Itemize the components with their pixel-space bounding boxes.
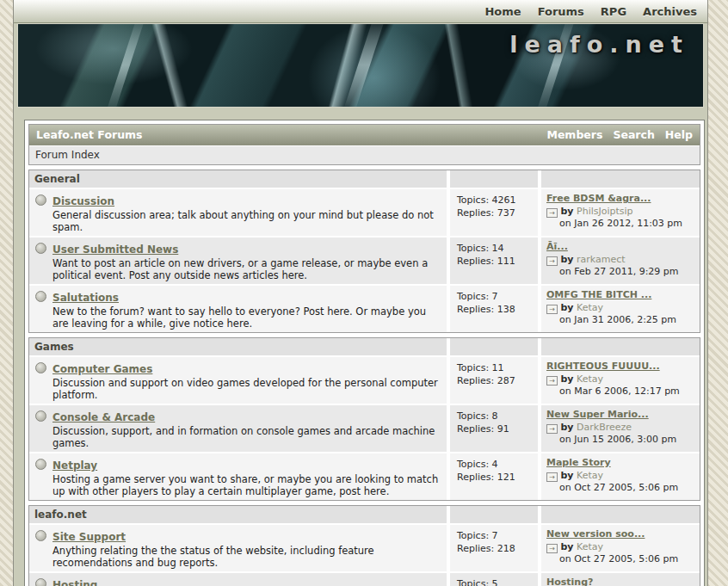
top-navigation: Home Forums RPG Archives	[14, 0, 707, 23]
last-post-user-link[interactable]: Ketay	[577, 373, 603, 385]
last-post-cell: RIGHTEOUS FUUUU... → by Ketay on Mar 6 2…	[541, 357, 700, 404]
last-post-date: on Jun 15 2006, 3:00 pm	[559, 434, 696, 446]
forum-row-hosting: Hosting Questions, concerns, requests ab…	[29, 573, 700, 586]
site-logo: leafo.net	[509, 31, 689, 58]
topics-replies-cell: Topics: 5 Replies: 91	[450, 573, 538, 586]
nav-forums[interactable]: Forums	[538, 5, 584, 18]
forum-status-icon	[35, 243, 46, 254]
forum-description: New to the forum? want to say hello to e…	[52, 305, 443, 330]
forum-description: Discussion, support, and in formation on…	[52, 425, 443, 449]
last-post-link[interactable]: Free BDSM &agra...	[546, 193, 651, 205]
site-banner-image: leafo.net	[17, 23, 704, 108]
last-post-cell: New Super Mario... → by DarkBreeze on Ju…	[541, 405, 700, 452]
breadcrumb[interactable]: Forum Index	[29, 145, 700, 164]
last-post-link[interactable]: OMFG THE BITCH ...	[546, 289, 651, 301]
last-post-link[interactable]: New Super Mario...	[546, 409, 649, 421]
last-post-cell: OMFG THE BITCH ... → by Ketay on Jan 31 …	[541, 286, 700, 332]
last-post-user-link[interactable]: PhilsJoiptsip	[577, 206, 633, 217]
forum-row-netplay: Netplay Hosting a game server you want t…	[29, 453, 700, 500]
lastpost-column-header	[541, 170, 700, 188]
forum-link[interactable]: Hosting	[52, 579, 97, 586]
category-title: General	[29, 170, 447, 188]
topics-replies-cell: Topics: 4261 Replies: 737	[450, 189, 538, 236]
forum-link[interactable]: Netplay	[52, 460, 97, 472]
forum-status-icon	[35, 194, 46, 206]
forum-row-user-submitted-news: User Submitted News Want to post an arti…	[29, 237, 700, 284]
category-leafonet: leafo.net Site Support Anything relating…	[28, 505, 700, 586]
last-post-cell: Free BDSM &agra... → by PhilsJoiptsip on…	[541, 189, 700, 236]
forum-link[interactable]: Console & Arcade	[52, 411, 155, 423]
goto-post-icon[interactable]: →	[546, 256, 558, 266]
forum-link[interactable]: User Submitted News	[52, 244, 178, 256]
category-header-row: leafo.net	[29, 506, 700, 523]
last-post-date: on Jan 31 2006, 2:25 pm	[559, 314, 696, 326]
page-column: Home Forums RPG Archives leafo.net Leafo…	[13, 0, 708, 586]
goto-post-icon[interactable]: →	[546, 305, 558, 314]
last-post-date: on Feb 27 2011, 9:29 pm	[559, 266, 696, 278]
forum-link[interactable]: Salutations	[52, 292, 119, 304]
forum-description: General discussion area; talk about anyt…	[52, 209, 443, 233]
last-post-cell: Hosting? → by Ketay on Dec 11 2005, 11:4…	[541, 573, 700, 586]
forum-header-box: Leafo.net Forums Members Search Help For…	[28, 124, 700, 165]
banner-light-beam	[105, 23, 145, 108]
forum-title-bar: Leafo.net Forums Members Search Help	[29, 125, 700, 145]
category-header-row: Games	[29, 338, 700, 355]
forum-status-icon	[35, 578, 46, 586]
forum-link[interactable]: Computer Games	[52, 363, 152, 375]
last-post-user-link[interactable]: Ketay	[577, 541, 603, 552]
last-post-date: on Oct 27 2005, 5:06 pm	[559, 553, 696, 565]
last-post-link[interactable]: Hosting?	[546, 577, 593, 586]
goto-post-icon[interactable]: →	[546, 544, 558, 553]
lastpost-column-header	[541, 338, 700, 355]
last-post-cell: Āī... → by rarkamect on Feb 27 2011, 9:2…	[541, 237, 700, 284]
goto-post-icon[interactable]: →	[546, 376, 558, 386]
lastpost-column-header	[541, 506, 700, 523]
last-post-user-link[interactable]: Ketay	[577, 470, 603, 481]
goto-post-icon[interactable]: →	[546, 208, 558, 218]
last-post-cell: New version soo... → by Ketay on Oct 27 …	[541, 525, 700, 571]
forum-link[interactable]: Discussion	[52, 195, 114, 207]
banner-light-beam	[342, 23, 386, 108]
nav-rpg[interactable]: RPG	[601, 5, 626, 18]
forum-status-icon	[35, 459, 46, 470]
forum-row-console-arcade: Console & Arcade Discussion, support, an…	[29, 405, 700, 452]
last-post-link[interactable]: Maple Story	[546, 457, 611, 469]
category-games: Games Computer Games Discussion and supp…	[28, 337, 700, 501]
forum-status-icon	[35, 362, 46, 373]
search-link[interactable]: Search	[613, 125, 654, 145]
category-title: leafo.net	[29, 506, 447, 523]
last-post-date: on Mar 6 2006, 12:17 pm	[559, 386, 696, 398]
topics-replies-cell: Topics: 8 Replies: 91	[450, 405, 538, 452]
topics-column-header	[450, 338, 538, 355]
forum-description: Want to post an article on new drivers, …	[52, 257, 443, 281]
last-post-link[interactable]: RIGHTEOUS FUUUU...	[546, 361, 660, 373]
last-post-date: on Jan 26 2012, 11:03 pm	[559, 218, 696, 230]
forum-description: Discussion and support on video games de…	[52, 377, 443, 401]
goto-post-icon[interactable]: →	[546, 424, 558, 434]
members-link[interactable]: Members	[546, 125, 602, 145]
category-general: General Discussion General discussion ar…	[28, 170, 700, 333]
forum-status-icon	[35, 291, 46, 302]
topics-replies-cell: Topics: 7 Replies: 218	[450, 525, 538, 571]
last-post-user-link[interactable]: DarkBreeze	[577, 422, 632, 433]
last-post-cell: Maple Story → by Ketay on Oct 27 2005, 5…	[541, 453, 700, 500]
goto-post-icon[interactable]: →	[546, 472, 558, 482]
forum-row-computer-games: Computer Games Discussion and support on…	[29, 357, 700, 404]
category-header-row: General	[29, 170, 700, 188]
last-post-user-link[interactable]: rarkamect	[577, 254, 626, 265]
nav-home[interactable]: Home	[484, 5, 521, 18]
forum-container: Leafo.net Forums Members Search Help For…	[24, 120, 705, 586]
topics-replies-cell: Topics: 11 Replies: 287	[450, 357, 538, 404]
forum-row-salutations: Salutations New to the forum? want to sa…	[29, 286, 700, 332]
last-post-link[interactable]: New version soo...	[546, 528, 645, 540]
topics-replies-cell: Topics: 4 Replies: 121	[450, 453, 538, 500]
topics-replies-cell: Topics: 14 Replies: 111	[450, 237, 538, 284]
forum-link[interactable]: Site Support	[52, 531, 126, 543]
last-post-date: on Oct 27 2005, 5:06 pm	[559, 482, 696, 494]
forum-description: Anything relating the the status of the …	[52, 545, 443, 569]
nav-archives[interactable]: Archives	[643, 5, 697, 18]
last-post-link[interactable]: Āī...	[546, 241, 568, 253]
help-link[interactable]: Help	[665, 125, 693, 145]
forum-description: Hosting a game server you want to share,…	[52, 473, 443, 497]
last-post-user-link[interactable]: Ketay	[577, 302, 603, 313]
